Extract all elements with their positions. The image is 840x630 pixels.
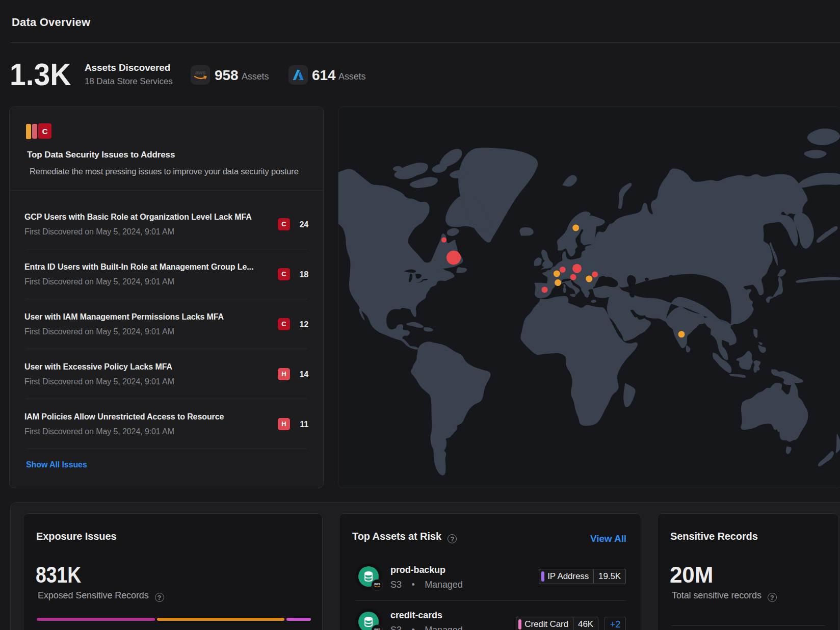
svg-text:aws: aws	[374, 582, 380, 586]
svg-text:aws: aws	[374, 627, 380, 630]
svg-text:aws: aws	[195, 69, 206, 75]
svg-text:C: C	[42, 127, 48, 136]
